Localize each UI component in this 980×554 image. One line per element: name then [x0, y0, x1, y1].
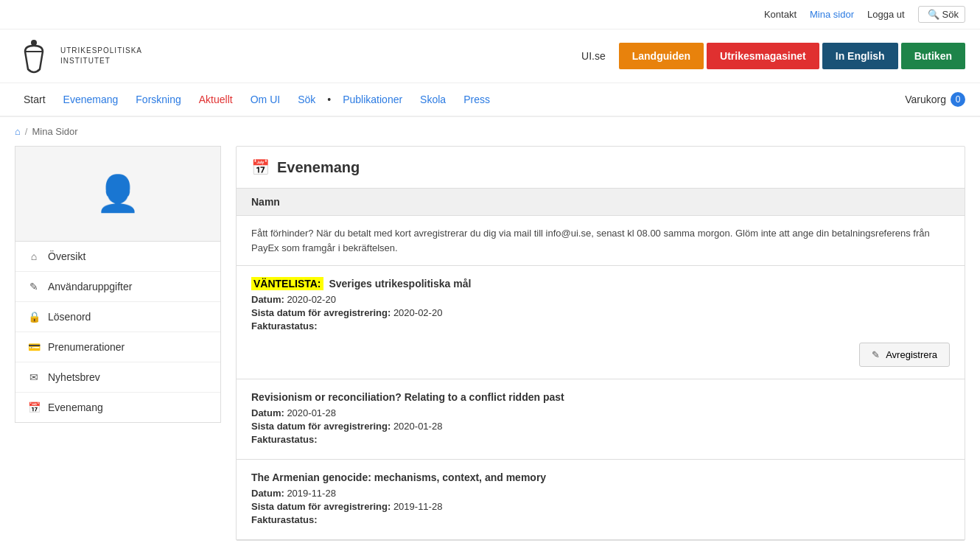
sidebar-item-nyhetsbrev[interactable]: ✉ Nyhetsbrev: [15, 362, 220, 393]
event-item-3: The Armenian genocide: mechanisms, conte…: [237, 460, 965, 540]
kontakt-link[interactable]: Kontakt: [764, 9, 797, 20]
nav-press[interactable]: Press: [455, 83, 499, 116]
event-1-title: VÄNTELISTA: Sveriges utrikespolitiska må…: [251, 278, 950, 290]
sidebar-item-evenemang[interactable]: 📅 Evenemang: [15, 393, 220, 422]
logo[interactable]: UTRIKESPOLITISKA INSTITUTET: [15, 37, 142, 75]
nav-dot: •: [324, 83, 334, 116]
mail-menu-icon: ✉: [27, 371, 41, 383]
utrikesmagasinet-button[interactable]: Utrikesmagasinet: [707, 43, 819, 69]
event-1-datum: Datum: 2020-02-20: [251, 294, 950, 305]
avatar-icon: 👤: [96, 173, 140, 214]
sidebar-nyhetsbrev-label: Nyhetsbrev: [48, 371, 100, 383]
sidebar-användaruppgifter-label: Användaruppgifter: [48, 281, 132, 292]
sidebar-prenumerationer-label: Prenumerationer: [48, 341, 125, 353]
home-menu-icon: ⌂: [27, 250, 41, 262]
breadcrumb: ⌂ / Mina Sidor: [0, 117, 980, 146]
sidebar-oversikt-label: Översikt: [48, 250, 85, 262]
sidebar-losenord-label: Lösenord: [48, 311, 91, 323]
sidebar-item-användaruppgifter[interactable]: ✎ Användaruppgifter: [15, 272, 220, 302]
event-2-title: Revisionism or reconciliation? Relating …: [251, 391, 950, 403]
pencil-icon-1: ✎: [872, 349, 880, 360]
event-2-faktura: Fakturastatus:: [251, 434, 950, 445]
home-icon: ⌂: [15, 126, 21, 137]
nav-evenemang[interactable]: Evenemang: [55, 83, 127, 116]
card-menu-icon: 💳: [27, 341, 41, 353]
logga-ut-link[interactable]: Logga ut: [867, 9, 905, 20]
event-3-faktura: Fakturastatus:: [251, 514, 950, 525]
nav-sok[interactable]: Sök: [289, 83, 324, 116]
avregistrera-button-1[interactable]: ✎ Avregistrera: [859, 343, 950, 367]
event-1-sista: Sista datum för avregistrering: 2020-02-…: [251, 307, 950, 318]
sidebar-menu: ⌂ Översikt ✎ Användaruppgifter 🔒 Lösenor…: [15, 242, 221, 423]
avregistrera-label-1: Avregistrera: [886, 349, 937, 360]
logo-svg: [15, 37, 53, 75]
event-3-title: The Armenian genocide: mechanisms, conte…: [251, 471, 950, 483]
sidebar: 👤 ⌂ Översikt ✎ Användaruppgifter 🔒 Lösen…: [15, 146, 221, 541]
search-icon: 🔍: [928, 9, 939, 20]
main-nav: Start Evenemang Forskning Aktuellt Om UI…: [0, 83, 980, 117]
content-wrapper: 👤 ⌂ Översikt ✎ Användaruppgifter 🔒 Lösen…: [0, 146, 980, 554]
event-2-sista: Sista datum för avregistrering: 2020-01-…: [251, 421, 950, 432]
butiken-button[interactable]: Butiken: [901, 43, 965, 69]
main-content: 📅 Evenemang Namn Fått förhinder? När du …: [236, 146, 965, 541]
event-1-faktura: Fakturastatus:: [251, 320, 950, 332]
header: UTRIKESPOLITISKA INSTITUTET UI.se Landgu…: [0, 29, 980, 83]
calendar-menu-icon: 📅: [27, 402, 41, 413]
section-calendar-icon: 📅: [251, 158, 270, 176]
varukorg-badge: 0: [951, 92, 965, 107]
event-3-sista: Sista datum för avregistrering: 2019-11-…: [251, 501, 950, 512]
mina-sidor-link[interactable]: Mina sidor: [810, 9, 854, 20]
breadcrumb-mina-sidor: Mina Sidor: [32, 126, 77, 137]
nav-start[interactable]: Start: [15, 83, 55, 116]
sidebar-evenemang-label: Evenemang: [48, 402, 103, 413]
table-column-namn: Namn: [237, 189, 965, 216]
header-nav: UI.se Landguiden Utrikesmagasinet In Eng…: [571, 43, 965, 69]
search-label: Sök: [942, 9, 959, 20]
ui-se-label: UI.se: [571, 44, 616, 68]
logo-text: UTRIKESPOLITISKA INSTITUTET: [60, 46, 142, 66]
info-box: Fått förhinder? När du betalt med kort a…: [237, 216, 965, 266]
search-box[interactable]: 🔍 Sök: [918, 6, 965, 23]
edit-menu-icon: ✎: [27, 281, 41, 292]
nav-om-ui[interactable]: Om UI: [242, 83, 289, 116]
event-item-1: VÄNTELISTA: Sveriges utrikespolitiska må…: [237, 266, 965, 379]
sidebar-avatar: 👤: [15, 146, 221, 242]
section-header: 📅 Evenemang: [237, 147, 965, 189]
sidebar-item-prenumerationer[interactable]: 💳 Prenumerationer: [15, 332, 220, 362]
sidebar-item-losenord[interactable]: 🔒 Lösenord: [15, 302, 220, 332]
nav-aktuellt[interactable]: Aktuellt: [190, 83, 242, 116]
varukorg-label: Varukorg: [905, 94, 946, 105]
top-bar: Kontakt Mina sidor Logga ut 🔍 Sök: [0, 0, 980, 29]
breadcrumb-home-link[interactable]: ⌂: [15, 126, 21, 137]
waitlist-tag: VÄNTELISTA:: [251, 277, 323, 290]
nav-publikationer[interactable]: Publikationer: [334, 83, 411, 116]
nav-skola[interactable]: Skola: [411, 83, 455, 116]
varukorg[interactable]: Varukorg 0: [905, 92, 965, 107]
lock-menu-icon: 🔒: [27, 311, 41, 323]
inenglish-button[interactable]: In English: [822, 43, 898, 69]
breadcrumb-sep: /: [25, 126, 28, 137]
event-2-datum: Datum: 2020-01-28: [251, 407, 950, 418]
event-3-datum: Datum: 2019-11-28: [251, 488, 950, 499]
sidebar-item-oversikt[interactable]: ⌂ Översikt: [15, 242, 220, 272]
section-title: Evenemang: [277, 159, 360, 176]
event-2-title-text: Revisionism or reconciliation? Relating …: [251, 391, 564, 403]
event-item-2: Revisionism or reconciliation? Relating …: [237, 379, 965, 460]
nav-forskning[interactable]: Forskning: [127, 83, 189, 116]
landguiden-button[interactable]: Landguiden: [619, 43, 704, 69]
